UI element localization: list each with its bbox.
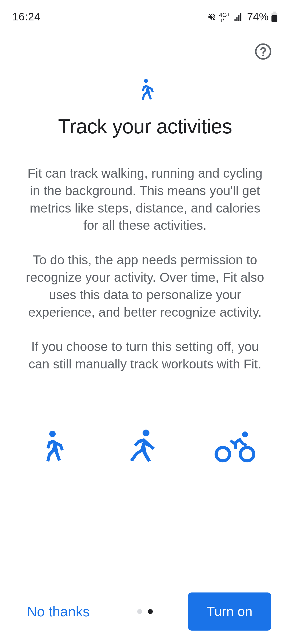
svg-point-9	[216, 447, 230, 461]
battery-icon	[271, 12, 278, 22]
svg-point-8	[242, 431, 248, 437]
description-paragraph-1: Fit can track walking, running and cycli…	[21, 165, 269, 234]
cycling-icon	[213, 427, 256, 467]
svg-rect-1	[273, 12, 276, 13]
svg-point-6	[49, 431, 56, 437]
running-icon	[122, 427, 160, 467]
page-dot-0	[137, 609, 142, 614]
description-paragraph-3: If you choose to turn this setting off, …	[21, 338, 269, 373]
bottom-action-bar: No thanks Turn on	[0, 592, 290, 631]
walking-icon	[34, 427, 68, 467]
battery-percentage: 74%	[247, 11, 269, 23]
no-thanks-button[interactable]: No thanks	[24, 595, 92, 628]
description-paragraph-2: To do this, the app needs permission to …	[21, 251, 269, 321]
network-type-label: 4G+	[219, 12, 230, 22]
status-time: 16:24	[12, 11, 41, 23]
status-bar: 16:24 4G+ 74%	[0, 0, 290, 25]
turn-on-button[interactable]: Turn on	[188, 592, 271, 631]
walking-icon	[133, 76, 157, 104]
svg-point-5	[144, 79, 148, 83]
muted-icon	[207, 12, 216, 21]
activity-icons-row	[21, 427, 269, 467]
svg-point-7	[143, 430, 150, 437]
svg-point-10	[240, 447, 254, 461]
signal-icon	[233, 12, 243, 21]
help-button[interactable]	[252, 41, 274, 63]
svg-point-4	[262, 54, 264, 56]
page-indicator	[137, 609, 153, 614]
page-dot-1	[148, 609, 153, 614]
onboarding-content: Track your activities Fit can track walk…	[0, 63, 290, 467]
help-icon	[254, 43, 272, 61]
svg-point-3	[256, 44, 271, 59]
status-indicators: 4G+ 74%	[207, 11, 278, 23]
page-title: Track your activities	[58, 115, 232, 138]
svg-rect-2	[271, 15, 277, 22]
